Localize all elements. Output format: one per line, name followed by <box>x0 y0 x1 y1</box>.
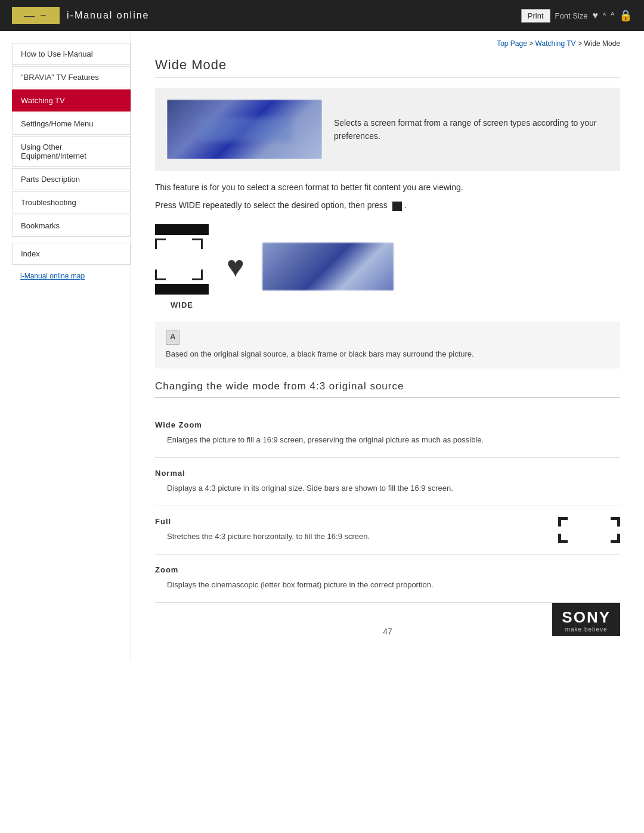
sidebar: How to Use i-Manual "BRAVIA" TV Features… <box>0 31 131 660</box>
heart-icon: ♥ <box>227 252 244 281</box>
sidebar-item-bookmarks[interactable]: Bookmarks <box>12 215 131 237</box>
wide-label: WIDE <box>155 301 209 309</box>
header: — ~ i-Manual online Print Font Size ♥ ᴬ … <box>0 0 644 31</box>
note-label: A <box>166 330 179 345</box>
header-left: — ~ i-Manual online <box>12 7 150 24</box>
sidebar-item-parts[interactable]: Parts Description <box>12 168 131 190</box>
breadcrumb: Top Page > Watching TV > Wide Mode <box>155 37 620 48</box>
font-size-label: Font Size <box>555 11 588 20</box>
intro-text: Selects a screen format from a range of … <box>334 116 608 143</box>
header-right: Print Font Size ♥ ᴬ ᴬ 🔒 <box>521 9 632 23</box>
subsection-full: Full Stretches the 4:3 picture horizonta… <box>155 506 620 555</box>
body-text-2: Press WIDE repeatedly to select the desi… <box>155 199 620 212</box>
subsection-full-title: Full <box>155 517 540 526</box>
subsection-normal: Normal Displays a 4:3 picture in its ori… <box>155 458 620 506</box>
sidebar-item-troubleshooting[interactable]: Troubleshooting <box>12 191 131 213</box>
full-section-icons <box>558 517 620 543</box>
confirm-icon <box>392 202 402 211</box>
tv-image-simulation <box>167 100 322 159</box>
sidebar-map-link[interactable]: i-Manual online map <box>12 272 131 280</box>
small-font-icon[interactable]: ᴬ <box>603 11 606 20</box>
footer-area: 47 SONY make.believe <box>155 627 620 636</box>
page-number: 47 <box>155 627 620 636</box>
wide-right-image <box>262 243 394 290</box>
note-block: A Based on the original signal source, a… <box>155 321 620 369</box>
cb-bl-left <box>558 534 568 543</box>
full-section-content: Full Stretches the 4:3 picture horizonta… <box>155 517 540 543</box>
breadcrumb-current: Wide Mode <box>584 39 620 48</box>
subsection-normal-title: Normal <box>155 469 620 478</box>
header-logo-dots: — ~ <box>24 10 48 22</box>
cb-tl-left <box>558 517 568 527</box>
intro-image <box>167 100 322 159</box>
bracket-br <box>192 270 203 280</box>
sony-logo: SONY make.believe <box>552 603 620 636</box>
subsection-normal-text: Displays a 4:3 picture in its original s… <box>155 482 620 495</box>
sony-brand: SONY <box>562 608 611 626</box>
large-font-icon[interactable]: 🔒 <box>619 9 632 22</box>
corner-bracket-left <box>558 517 584 543</box>
wide-mode-demo: WIDE ♥ <box>155 224 620 309</box>
bracket-tl <box>155 239 166 249</box>
note-text: Based on the original signal source, a b… <box>166 348 609 361</box>
wide-demo-left: WIDE <box>155 224 209 309</box>
content-area: Top Page > Watching TV > Wide Mode Wide … <box>131 31 644 660</box>
breadcrumb-sep1: > <box>529 39 535 48</box>
sidebar-item-using-other[interactable]: Using Other Equipment/Internet <box>12 136 131 167</box>
sidebar-item-settings[interactable]: Settings/Home Menu <box>12 113 131 135</box>
breadcrumb-sep2: > <box>578 39 584 48</box>
main-container: How to Use i-Manual "BRAVIA" TV Features… <box>0 31 644 660</box>
wide-black-bar-2 <box>155 284 209 295</box>
subsection-full-text: Stretches the 4:3 picture horizontally, … <box>155 531 540 543</box>
sidebar-item-bravia[interactable]: "BRAVIA" TV Features <box>12 66 131 88</box>
intro-block: Selects a screen format from a range of … <box>155 88 620 171</box>
sidebar-item-how-to-use[interactable]: How to Use i-Manual <box>12 43 131 65</box>
breadcrumb-watching[interactable]: Watching TV <box>535 39 576 48</box>
wide-black-bar-1 <box>155 224 209 235</box>
bracket-bl <box>155 270 166 280</box>
cb-tr-right <box>611 517 620 527</box>
subsection-zoom-title: Zoom <box>155 565 620 574</box>
bracket-tr <box>192 239 203 249</box>
cb-br-right <box>611 534 620 543</box>
header-logo-box: — ~ <box>12 7 60 24</box>
sidebar-item-index[interactable]: Index <box>12 243 131 265</box>
subsection-wide-zoom: Wide Zoom Enlarges the picture to fill a… <box>155 410 620 458</box>
subsection-zoom: Zoom Displays the cinemascopic (letter b… <box>155 555 620 603</box>
subsection-wide-zoom-text: Enlarges the picture to fill a 16:9 scre… <box>155 434 620 447</box>
breadcrumb-top[interactable]: Top Page <box>497 39 527 48</box>
body-text-1: This feature is for you to select a scre… <box>155 181 620 194</box>
page-title: Wide Mode <box>155 57 620 73</box>
subsection-zoom-text: Displays the cinemascopic (letter box fo… <box>155 579 620 592</box>
sidebar-item-watching-tv[interactable]: Watching TV <box>12 89 131 112</box>
section-title: Changing the wide mode from 4:3 original… <box>155 380 620 392</box>
section-divider <box>155 397 620 398</box>
bracket-icon-container <box>155 239 203 280</box>
sony-tagline: make.believe <box>562 626 611 633</box>
medium-font-icon[interactable]: ᴬ <box>611 10 614 21</box>
title-divider <box>155 78 620 78</box>
print-button[interactable]: Print <box>521 9 550 23</box>
subsection-wide-zoom-title: Wide Zoom <box>155 420 620 429</box>
corner-bracket-right <box>594 517 620 543</box>
header-title: i-Manual online <box>67 10 150 21</box>
heart-font-icon: ♥ <box>593 10 599 21</box>
